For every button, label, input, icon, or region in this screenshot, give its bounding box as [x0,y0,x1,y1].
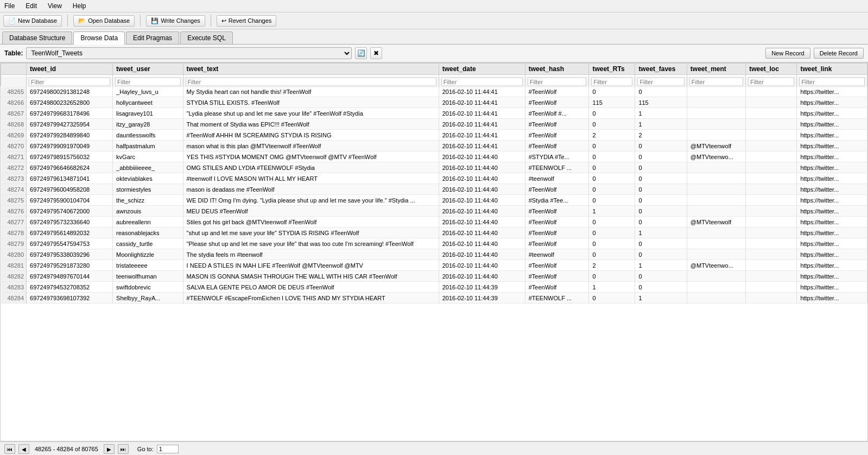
cell-tweet_ment[interactable]: @MTVteenwo... [687,151,745,162]
cell-tweet_loc[interactable] [746,162,797,173]
cell-tweet_link[interactable]: https://twitter... [797,162,867,173]
cell-tweet_date[interactable]: 2016-02-10 11:44:40 [439,162,525,173]
cell-tweet_link[interactable]: https://twitter... [797,271,867,282]
cell-tweet_date[interactable]: 2016-02-10 11:44:40 [439,184,525,195]
col-header-tweet-user[interactable]: tweet_user [113,64,183,75]
cell-tweet_user[interactable]: dauntlesswolfs [113,130,183,141]
cell-tweet_user[interactable]: _abbbiiiieeee_ [113,162,183,173]
cell-tweet_RTs[interactable]: 0 [589,271,635,282]
cell-tweet_ment[interactable] [687,130,745,141]
table-row[interactable]: 48266697249800232652800hollycantweetSTYD… [1,97,867,108]
cell-tweet_RTs[interactable]: 0 [589,293,635,304]
filter-tweet-faves[interactable] [635,76,687,87]
cell-tweet_user[interactable]: swiftdobrevic [113,282,183,293]
cell-tweet_ment[interactable]: @MTVteenwolf [687,217,745,228]
cell-tweet_user[interactable]: cassidy_turtle [113,238,183,249]
cell-tweet_user[interactable]: kvGarc [113,151,183,162]
cell-tweet_loc[interactable] [746,293,797,304]
revert-changes-button[interactable]: ↩ Revert Changes [217,15,277,27]
filter-input-tweet-rts[interactable] [591,78,632,86]
cell-tweet_user[interactable]: stormiestyles [113,184,183,195]
cell-tweet_id[interactable]: 697249796646682624 [27,162,113,173]
cell-tweet_ment[interactable] [687,97,745,108]
cell-tweet_RTs[interactable]: 0 [589,173,635,184]
cell-tweet_RTs[interactable]: 0 [589,119,635,130]
cell-tweet_hash[interactable]: #TeenWolf [525,141,589,151]
cell-tweet_faves[interactable]: 0 [635,249,687,260]
cell-tweet_user[interactable]: reasonablejacks [113,228,183,238]
cell-tweet_id[interactable]: 697249795291873280 [27,260,113,271]
cell-tweet_link[interactable]: https://twitter... [797,108,867,119]
cell-tweet_ment[interactable] [687,86,745,97]
cell-tweet_id[interactable]: 697249798915756032 [27,151,113,162]
filter-input-tweet-date[interactable] [441,78,523,86]
cell-tweet_ment[interactable] [687,206,745,217]
cell-tweet_hash[interactable]: #TeenWolf [525,119,589,130]
cell-tweet_hash[interactable]: #TeenWolf [525,260,589,271]
goto-input[interactable] [157,445,179,453]
table-row[interactable]: 48283697249794532708352swiftdobrevicSALV… [1,282,867,293]
cell-tweet_text[interactable]: "Please shut up and let me save your lif… [183,238,439,249]
filter-input-tweet-text[interactable] [186,78,436,86]
cell-tweet_text[interactable]: That moment of Stydia was EPIC!!! #TeenW… [183,119,439,130]
cell-tweet_text[interactable]: #TEENWOLF #EscapeFromEichen I LOVE THIS … [183,293,439,304]
cell-tweet_loc[interactable] [746,260,797,271]
table-row[interactable]: 48280697249795338039296MoonlightizzleThe… [1,249,867,260]
cell-tweet_loc[interactable] [746,195,797,206]
cell-tweet_id[interactable]: 697249796134871041 [27,173,113,184]
cell-tweet_id[interactable]: 697249794897670144 [27,271,113,282]
cell-tweet_ment[interactable] [687,228,745,238]
cell-tweet_faves[interactable]: 115 [635,97,687,108]
cell-tweet_loc[interactable] [746,217,797,228]
cell-tweet_text[interactable]: YES THIS #STYDIA MOMENT OMG @MTVteenwolf… [183,151,439,162]
last-page-button[interactable]: ⏭ [118,444,129,454]
cell-tweet_hash[interactable]: #TeenWolf [525,228,589,238]
cell-tweet_user[interactable]: tristateeeee [113,260,183,271]
cell-tweet_user[interactable]: hollycantweet [113,97,183,108]
cell-tweet_RTs[interactable]: 0 [589,162,635,173]
col-header-tweet-link[interactable]: tweet_link [797,64,867,75]
table-row[interactable]: 48265697249800291381248_Hayley_luvs_uMy … [1,86,867,97]
cell-tweet_date[interactable]: 2016-02-10 11:44:41 [439,141,525,151]
cell-tweet_faves[interactable]: 0 [635,282,687,293]
cell-tweet_RTs[interactable]: 0 [589,217,635,228]
table-row[interactable]: 48272697249796646682624_abbbiiiieeee_OMG… [1,162,867,173]
filter-input-tweet-hash[interactable] [528,78,587,86]
table-row[interactable]: 48281697249795291873280tristateeeeeI NEE… [1,260,867,271]
cell-tweet_link[interactable]: https://twitter... [797,206,867,217]
cell-tweet_link[interactable]: https://twitter... [797,97,867,108]
col-header-tweet-id[interactable]: tweet_id [27,64,113,75]
cell-tweet_id[interactable]: 697249795338039296 [27,249,113,260]
cell-tweet_link[interactable]: https://twitter... [797,282,867,293]
cell-tweet_date[interactable]: 2016-02-10 11:44:39 [439,293,525,304]
cell-tweet_text[interactable]: "shut up and let me save your life" STYD… [183,228,439,238]
cell-tweet_date[interactable]: 2016-02-10 11:44:40 [439,173,525,184]
tab-database-structure[interactable]: Database Structure [2,31,72,44]
cell-tweet_text[interactable]: Stiles got his girl back @MTVteenwolf #T… [183,217,439,228]
table-select-dropdown[interactable]: TeenWolf_Tweets [26,47,352,59]
cell-tweet_date[interactable]: 2016-02-10 11:44:40 [439,217,525,228]
table-row[interactable]: 48274697249796004958208stormiestylesmaso… [1,184,867,195]
next-page-button[interactable]: ▶ [104,444,115,454]
filter-tweet-user[interactable] [113,76,183,87]
cell-tweet_RTs[interactable]: 1 [589,206,635,217]
tab-execute-sql[interactable]: Execute SQL [180,31,233,44]
cell-tweet_faves[interactable]: 1 [635,228,687,238]
cell-tweet_loc[interactable] [746,119,797,130]
cell-tweet_date[interactable]: 2016-02-10 11:44:41 [439,130,525,141]
cell-tweet_hash[interactable]: #TeenWolf [525,217,589,228]
cell-tweet_text[interactable]: #teenwolf I LOVE MASON WITH ALL MY HEART [183,173,439,184]
cell-tweet_hash[interactable]: #TeenWolf [525,238,589,249]
table-row[interactable]: 48282697249794897670144teenwolfhumanMASO… [1,271,867,282]
cell-tweet_loc[interactable] [746,271,797,282]
cell-tweet_id[interactable]: 697249799091970049 [27,141,113,151]
cell-tweet_link[interactable]: https://twitter... [797,217,867,228]
cell-tweet_text[interactable]: #TeenWolf AHHH IM SCREAMING STYDIA IS RI… [183,130,439,141]
cell-tweet_link[interactable]: https://twitter... [797,151,867,162]
col-header-tweet-ment[interactable]: tweet_ment [687,64,745,75]
col-header-tweet-loc[interactable]: tweet_loc [746,64,797,75]
cell-tweet_id[interactable]: 697249793698107392 [27,293,113,304]
cell-tweet_faves[interactable]: 1 [635,260,687,271]
cell-tweet_text[interactable]: "Lydia please shut up and let me save yo… [183,108,439,119]
cell-tweet_id[interactable]: 697249794532708352 [27,282,113,293]
